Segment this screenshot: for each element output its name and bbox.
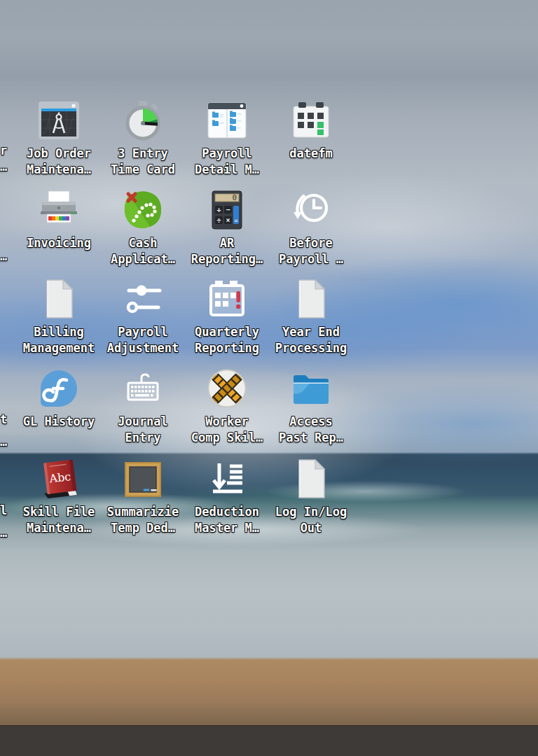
printer-icon	[36, 188, 81, 232]
desktop-icon-log-in-log-out[interactable]: Log In/LogOut	[269, 456, 353, 536]
icon-label-line: Skill File	[23, 504, 95, 520]
icon-label: Log In/LogOut	[275, 504, 347, 536]
icon-label-line: Summarizie	[107, 504, 179, 520]
svg-text:÷: ÷	[216, 216, 221, 224]
svg-text:−: −	[226, 206, 230, 214]
icon-label-line: Cash	[111, 235, 175, 251]
icon-label-line: Detail M…	[195, 162, 259, 178]
icon-label-line: Billing	[23, 324, 95, 340]
icon-label-line: Maintena…	[23, 520, 95, 536]
desktop-icon-payroll-adjustment[interactable]: PayrollAdjustment	[101, 276, 185, 356]
icon-label-line: datefm	[289, 146, 332, 162]
desktop-icon-worker-comp-skill[interactable]: WorkerComp Skil…	[185, 366, 269, 446]
document-icon	[289, 276, 333, 321]
icon-label: datefm	[289, 146, 332, 162]
calendar-grid-icon	[289, 98, 333, 143]
svg-text:+: +	[216, 206, 221, 214]
fedora-icon	[36, 366, 81, 411]
desktop-icon-gl-history[interactable]: GL History	[17, 366, 101, 430]
builder-icon	[36, 98, 81, 143]
icon-label-line: Invoicing	[27, 235, 91, 251]
desktop-icon-billing-management[interactable]: BillingManagement	[17, 276, 101, 356]
icon-label-line: Log In/Log	[275, 504, 347, 520]
icon-label: PayrollAdjustment	[107, 324, 179, 356]
window-files-icon	[205, 98, 249, 143]
icon-label: QuarterlyReporting	[195, 324, 259, 356]
icon-label: Skill FileMaintena…	[23, 504, 95, 536]
svg-text:×: ×	[226, 216, 230, 224]
icon-label: BeforePayroll …	[279, 235, 343, 267]
icon-label-line: Quarterly	[195, 324, 259, 340]
desktop-icon-ar-reporting[interactable]: 0+−÷×= ARReporting…	[185, 188, 269, 267]
desktop-icon-entry-time-card[interactable]: 3 EntryTime Card	[101, 98, 185, 178]
icon-label-line: Adjustment	[107, 340, 179, 356]
icon-label-line: Access	[279, 414, 343, 430]
calendar-alert-icon	[205, 276, 249, 321]
clipped-icon-label[interactable]: …	[0, 525, 7, 541]
blackboard-icon	[120, 456, 165, 501]
svg-text:Abc: Abc	[48, 470, 71, 486]
icon-label-line: Reporting…	[191, 251, 263, 267]
icon-label: CashApplicat…	[111, 235, 175, 267]
calculator-icon: 0+−÷×=	[205, 188, 249, 232]
desktop-icon-access-past-reports[interactable]: AccessPast Rep…	[269, 366, 353, 446]
desktop-icon-job-order-maintenance[interactable]: Job OrderMaintena…	[17, 98, 101, 178]
icon-label: Job OrderMaintena…	[27, 146, 91, 178]
icon-label: JournalEntry	[118, 414, 168, 446]
desktop-icon-cash-application[interactable]: CashApplicat…	[101, 188, 185, 267]
desktop-icon-deduction-master[interactable]: DeductionMaster M…	[185, 456, 269, 536]
clipped-icon-label[interactable]: …	[0, 434, 7, 450]
svg-text:=: =	[235, 218, 238, 224]
desktop-icon-year-end-processing[interactable]: Year EndProcessing	[269, 276, 353, 356]
icon-label: PayrollDetail M…	[195, 146, 259, 178]
icon-label-line: GL History	[23, 414, 95, 430]
clipped-icon-label[interactable]: …	[0, 159, 7, 175]
icon-label-line: Before	[279, 235, 343, 251]
clipped-icon-label[interactable]: l	[0, 503, 7, 519]
clipped-icon-label[interactable]: t	[0, 412, 7, 428]
icon-label-line: Comp Skil…	[191, 430, 263, 446]
icon-label-line: Job Order	[27, 146, 91, 162]
stopwatch-icon	[120, 98, 165, 143]
keyboard-icon	[120, 366, 165, 411]
sort-descending-icon	[205, 456, 249, 501]
maps-leaf-icon	[120, 188, 165, 232]
clipped-icon-label[interactable]: r	[0, 143, 7, 159]
icon-label: ARReporting…	[191, 235, 263, 267]
dictionary-icon: Abc	[36, 456, 81, 501]
icon-label-line: Entry	[118, 430, 168, 446]
icon-label-line: Reporting	[195, 340, 259, 356]
icon-label-line: Payroll	[195, 146, 259, 162]
desktop-icon-journal-entry[interactable]: JournalEntry	[101, 366, 185, 446]
desktop-icon-before-payroll[interactable]: BeforePayroll …	[269, 188, 353, 267]
icon-label-line: Applicat…	[111, 251, 175, 267]
desktop-icon-summarize-temp-deductions[interactable]: SummarizieTemp Ded…	[101, 456, 185, 536]
icon-label: 3 EntryTime Card	[111, 146, 175, 178]
desktop-icon-invoicing[interactable]: Invoicing	[17, 188, 101, 251]
icon-label-line: 3 Entry	[111, 146, 175, 162]
desktop-icon-skill-file-maintenance[interactable]: Abc Skill FileMaintena…	[17, 456, 101, 536]
desktop-icon-payroll-detail[interactable]: PayrollDetail M…	[185, 98, 269, 178]
icon-label-line: Payroll	[107, 324, 179, 340]
icon-label: AccessPast Rep…	[279, 414, 343, 446]
document-icon	[289, 456, 333, 501]
desktop-icon-datefm[interactable]: datefm	[269, 98, 353, 162]
document-icon	[36, 276, 81, 321]
history-clock-icon	[289, 188, 333, 232]
icon-label-line: Master M…	[195, 520, 259, 536]
icon-label: DeductionMaster M…	[195, 504, 259, 536]
clipped-icon-label[interactable]: …	[0, 248, 7, 265]
desktop-icon-quarterly-reporting[interactable]: QuarterlyReporting	[185, 276, 269, 356]
icon-label-line: Payroll …	[279, 251, 343, 267]
icon-label-line: Time Card	[111, 162, 175, 178]
icon-label-line: Deduction	[195, 504, 259, 520]
icon-label-line: Out	[275, 520, 347, 536]
icon-label-line: Worker	[191, 414, 263, 430]
taskbar[interactable]	[0, 725, 538, 756]
icon-label-line: Journal	[118, 414, 168, 430]
desktop-icon-grid: Job OrderMaintena… 3 EntryTime Card Payr…	[0, 0, 538, 756]
icon-label-line: Management	[23, 340, 95, 356]
icon-label-line: Past Rep…	[279, 430, 343, 446]
icon-label-line: Processing	[275, 340, 347, 356]
icon-label: BillingManagement	[23, 324, 95, 356]
